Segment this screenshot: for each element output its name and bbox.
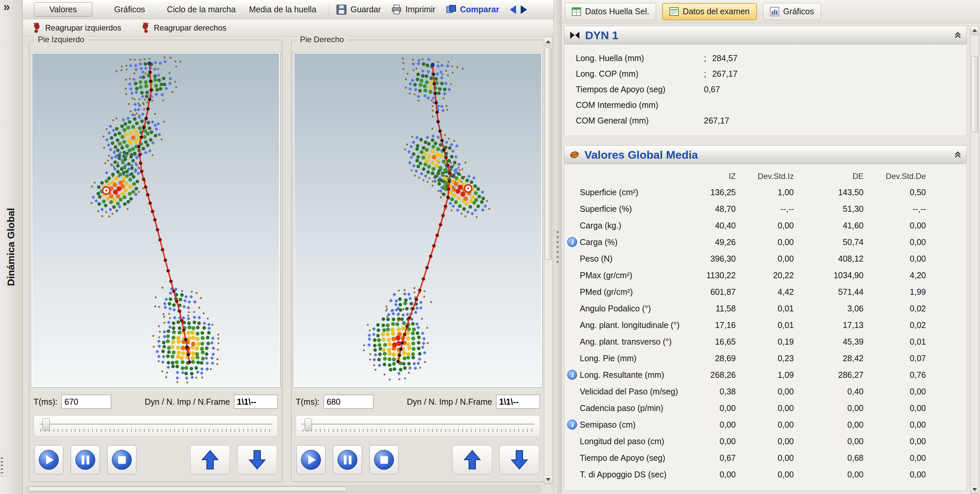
slider-ticks <box>303 429 533 432</box>
compare-icon <box>445 4 457 15</box>
table-row: Cadencia paso (p/min) 0,00 0,00 0,00 0,0… <box>565 400 966 416</box>
value-de: 571,44 <box>795 287 865 297</box>
tab-datos-del-examen[interactable]: Datos del examen <box>662 3 757 20</box>
toolbar-tab-graficos[interactable]: Gráficos <box>114 3 145 16</box>
dyn1-data-rows: Long. Huella (mm) ; 284,57 Long. COP (mm… <box>564 45 967 136</box>
right-foot-heatmap-plot <box>294 53 541 386</box>
step-down-button[interactable] <box>237 445 277 475</box>
stop-button[interactable] <box>369 445 399 475</box>
dyn-frame-input[interactable] <box>496 395 540 409</box>
tab-datos-huella-sel[interactable]: Datos Huella Sel. <box>565 3 656 20</box>
previous-record-icon[interactable] <box>510 5 516 14</box>
left-foot-panel-title: Pie Izquierdo <box>35 35 88 44</box>
row-label: Long. Resultante (mm) <box>580 370 704 380</box>
row-label: Superficie (cm²) <box>580 188 704 197</box>
left-foot-frame-controls: T(ms): Dyn / N. Imp / N.Frame <box>33 395 278 409</box>
slider-thumb[interactable] <box>305 418 312 431</box>
value-devstdde: 0,00 <box>865 237 927 247</box>
value-iz: 268,26 <box>704 370 737 380</box>
right-foot-frame-controls: T(ms): Dyn / N. Imp / N.Frame <box>296 395 540 409</box>
scroll-up-button[interactable] <box>971 26 979 35</box>
pane-splitter[interactable] <box>554 0 562 494</box>
pause-button[interactable] <box>71 445 100 475</box>
value-devstdiz: 0,00 <box>737 221 795 230</box>
right-foot-pressure-map[interactable] <box>294 53 541 386</box>
dyn-row-label: COM Intermedio (mm) <box>576 100 704 110</box>
play-button[interactable] <box>296 445 326 475</box>
value-devstdde: 0,00 <box>865 470 927 480</box>
panel-grip[interactable] <box>1 457 3 476</box>
left-foot-timeline-slider[interactable] <box>33 415 278 437</box>
stop-icon <box>112 450 132 470</box>
expand-panel-icon[interactable]: » <box>3 0 9 14</box>
compare-button[interactable]: Comparar <box>442 3 503 17</box>
row-label: Cadencia paso (p/min) <box>580 403 704 413</box>
left-pane-horizontal-scrollbar[interactable] <box>25 486 540 493</box>
dyn-frame-label: Dyn / N. Imp / N.Frame <box>407 397 492 407</box>
value-de: 0,00 <box>795 437 865 446</box>
slider-thumb[interactable] <box>43 418 50 431</box>
info-icon[interactable] <box>567 237 577 247</box>
step-up-button[interactable] <box>452 445 492 475</box>
toolbar-tab-media-de-la-huella[interactable]: Media de la huella <box>249 3 316 16</box>
right-foot-timeline-slider[interactable] <box>296 415 540 437</box>
left-pane-vertical-scrollbar[interactable] <box>544 37 552 484</box>
sidebar-collapsed-panel[interactable]: » Dinámica Global <box>0 0 22 494</box>
value-devstdde: 1,99 <box>865 287 927 297</box>
value-iz: 0,38 <box>704 387 737 397</box>
row-label: Tiempo de Apoyo (seg) <box>580 453 704 463</box>
arrow-up-icon <box>463 449 482 470</box>
left-foot-pressure-map[interactable] <box>32 53 279 386</box>
toolbar-tab-valores[interactable]: Valores <box>34 2 92 17</box>
dyn-row-label: Long. COP (mm) <box>576 69 704 79</box>
value-iz: 0,00 <box>704 437 737 446</box>
compare-label: Comparar <box>460 5 499 14</box>
dyn-row-label: Tiempos de Apoyo (seg) <box>576 84 704 94</box>
pause-button[interactable] <box>333 445 362 475</box>
section-title: DYN 1 <box>585 29 618 42</box>
collapse-section-icon[interactable] <box>954 31 962 39</box>
info-icon[interactable] <box>567 420 577 430</box>
collapse-section-icon[interactable] <box>954 151 962 159</box>
regroup-toolbar: Reagrupar izquierdos Reagrupar derechos <box>22 19 554 37</box>
scroll-up-button[interactable] <box>544 38 552 46</box>
table-row: Carga (kg.) 40,40 0,00 41,60 0,00 <box>565 217 966 234</box>
value-devstdiz: 0,00 <box>737 403 795 413</box>
column-header-devstdde: Dev.Std.De <box>865 172 927 181</box>
print-button[interactable]: Imprimir <box>388 3 439 17</box>
info-icon[interactable] <box>567 370 577 380</box>
dyn1-section-header[interactable]: DYN 1 <box>564 26 967 45</box>
time-label: T(ms): <box>296 397 320 407</box>
value-de: 0,40 <box>795 387 865 397</box>
scroll-down-icon <box>546 478 550 481</box>
value-devstdiz: 0,00 <box>737 387 795 397</box>
step-down-button[interactable] <box>500 445 539 475</box>
tab-graficos[interactable]: Gráficos <box>763 3 821 20</box>
value-iz: 49,26 <box>704 237 737 247</box>
value-devstdde: 0,00 <box>865 453 927 463</box>
value-iz: 11,58 <box>704 304 737 313</box>
regroup-right-button[interactable]: Reagrupar derechos <box>138 21 229 35</box>
slider-track[interactable] <box>301 424 534 425</box>
valores-global-media-section-header[interactable]: Valores Global Media <box>564 145 967 164</box>
step-up-button[interactable] <box>190 445 230 475</box>
table-row: Carga (%) 49,26 0,00 50,74 0,00 <box>565 234 966 250</box>
scroll-down-button[interactable] <box>971 485 979 494</box>
next-record-icon[interactable] <box>521 5 527 14</box>
regroup-left-button[interactable]: Reagrupar izquierdos <box>30 21 124 35</box>
slider-track[interactable] <box>39 424 272 425</box>
save-button[interactable]: Guardar <box>332 3 384 17</box>
app-window: » Dinámica Global Valores Gráficos Ciclo… <box>0 0 980 494</box>
toolbar-tab-ciclo-de-la-marcha[interactable]: Ciclo de la marcha <box>167 3 235 16</box>
time-input[interactable] <box>324 395 373 409</box>
right-pane-vertical-scrollbar[interactable] <box>970 26 979 494</box>
scrollbar-thumb[interactable] <box>971 56 978 132</box>
time-input[interactable] <box>61 395 111 409</box>
stop-button[interactable] <box>107 445 137 475</box>
scrollbar-thumb[interactable] <box>28 487 347 492</box>
dyn-frame-input[interactable] <box>234 395 278 409</box>
value-devstdiz: 0,23 <box>737 354 795 363</box>
scrollbar-thumb[interactable] <box>545 48 552 260</box>
scroll-down-button[interactable] <box>544 475 552 484</box>
play-button[interactable] <box>34 445 64 475</box>
